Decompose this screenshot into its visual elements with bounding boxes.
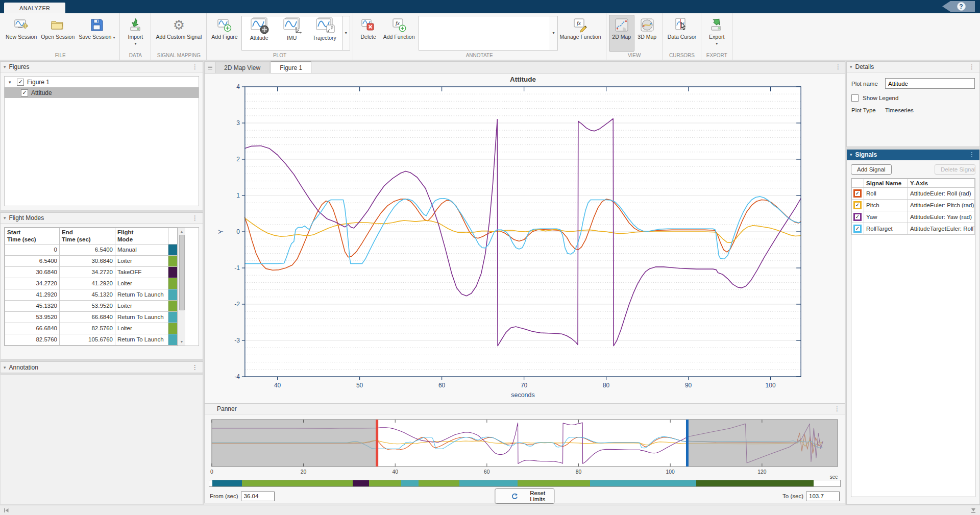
mode-strip-segment[interactable] (590, 480, 696, 486)
export-button[interactable]: Export▾ (704, 15, 729, 52)
signal-checkbox[interactable]: ✓ (853, 201, 862, 209)
add-custom-signal-button[interactable]: ⚙ Add Custom Signal (154, 15, 204, 52)
save-session-caret-icon[interactable]: ▾ (113, 35, 115, 40)
flight-modes-scrollbar[interactable]: ▲ ▼ (178, 228, 185, 346)
flight-mode-row[interactable]: 41.292045.1320Return To Launch (5, 289, 178, 300)
tree-expand-icon[interactable]: ▾ (9, 80, 14, 85)
import-button[interactable]: Import▾ (122, 15, 148, 52)
collapse-arrow-icon[interactable]: ▾ (4, 64, 6, 69)
signals-panel-header[interactable]: ▾ Signals ⋮ (847, 150, 979, 160)
panner-chart[interactable]: 020406080100120sec (208, 417, 842, 479)
mode-strip-segment[interactable] (401, 480, 419, 486)
mode-strip-segment[interactable] (242, 480, 353, 486)
attitude-checkbox[interactable]: ✓ (21, 89, 28, 96)
manage-function-button[interactable]: fx Manage Function (558, 15, 603, 52)
tab-list-icon[interactable] (205, 62, 215, 73)
help-chip[interactable]: ? (942, 1, 975, 12)
mode-strip-segment[interactable] (518, 480, 591, 486)
collapse-arrow-icon[interactable]: ▾ (4, 215, 6, 220)
from-input[interactable] (241, 492, 275, 501)
mode-strip-segment[interactable] (353, 480, 369, 486)
collapse-left-icon[interactable] (4, 507, 10, 513)
tabbar-menu-icon[interactable]: ⋮ (834, 63, 843, 70)
tab-figure-1[interactable]: Figure 1 (271, 61, 311, 73)
flight-mode-row[interactable]: 06.5400Manual (5, 244, 178, 255)
mode-strip-segment[interactable] (212, 480, 242, 486)
panner-left-handle[interactable] (376, 420, 378, 467)
save-session-button[interactable]: Save Session ▾ (77, 15, 117, 52)
mode-strip-segment[interactable] (369, 480, 401, 486)
gallery-item-trajectory[interactable]: Trajectory (308, 17, 341, 50)
collapse-arrow-icon[interactable]: ▾ (850, 64, 852, 69)
annotation-panel-header[interactable]: ▾ Annotation ⋮ (1, 362, 203, 373)
data-cursor-button[interactable]: Data Cursor (666, 15, 699, 52)
mode-strip-segment[interactable] (459, 480, 518, 486)
plot-gallery-expand-icon[interactable]: ▾ (342, 16, 350, 51)
import-caret-icon[interactable]: ▾ (134, 41, 136, 46)
details-menu-icon[interactable]: ⋮ (967, 63, 976, 70)
delete-signal-button[interactable]: Delete Signal (935, 164, 975, 175)
plot-name-input[interactable] (885, 78, 975, 89)
flight-mode-row[interactable]: 30.684034.2720TakeOFF (5, 266, 178, 278)
mode-strip-segment[interactable] (419, 480, 459, 486)
export-caret-icon[interactable]: ▾ (716, 41, 718, 46)
help-icon[interactable]: ? (957, 2, 966, 11)
signal-checkbox[interactable]: ✓ (853, 213, 862, 221)
flight-mode-strip[interactable] (209, 480, 841, 487)
flight-mode-row[interactable]: 45.132053.9520Loiter (5, 300, 178, 311)
figure1-checkbox[interactable]: ✓ (17, 79, 24, 86)
add-figure-button[interactable]: Add Figure (209, 15, 239, 52)
mode-strip-segment[interactable] (696, 480, 814, 486)
tab-2d-map-view[interactable]: 2D Map View (215, 62, 270, 73)
start-time-cell: 0 (5, 244, 60, 255)
panner-menu-icon[interactable]: ⋮ (832, 405, 842, 412)
signals-menu-icon[interactable]: ⋮ (967, 151, 976, 158)
panner-panel-header[interactable]: Panner ⋮ (205, 404, 845, 414)
flight-mode-row[interactable]: 66.684082.5760Loiter (5, 323, 178, 334)
scrollbar-thumb[interactable] (179, 235, 185, 310)
add-signal-button[interactable]: Add Signal (851, 164, 892, 175)
attitude-figure[interactable]: 405060708090100-4-3-2-101234Attitudeseco… (204, 73, 845, 403)
flight-mode-row[interactable]: 34.272041.2920Loiter (5, 278, 178, 289)
flight-mode-row[interactable]: 82.5760105.6760Return To Launch (5, 334, 178, 345)
3d-map-button[interactable]: 3D Map (634, 15, 660, 52)
collapse-arrow-icon[interactable]: ▾ (4, 365, 6, 370)
gallery-item-attitude[interactable]: Attitude (243, 17, 276, 50)
signal-row[interactable]: ✓PitchAttitudeEuler: Pitch (rad) (852, 200, 975, 211)
signal-row[interactable]: ✓RollAttitudeEuler: Roll (rad) (852, 188, 975, 200)
tree-row-attitude[interactable]: ✓ Attitude (5, 87, 199, 98)
mode-color-cell (168, 334, 178, 345)
start-time-cell: 82.5760 (5, 334, 60, 345)
reset-limits-button[interactable]: Reset Limits (495, 488, 554, 504)
figures-menu-icon[interactable]: ⋮ (190, 63, 200, 70)
figures-panel-header[interactable]: ▾ Figures ⋮ (1, 62, 203, 72)
scroll-up-icon[interactable]: ▲ (180, 228, 184, 235)
2d-map-button[interactable]: 2D Map (609, 15, 634, 52)
signal-row[interactable]: ✓YawAttitudeEuler: Yaw (rad) (852, 211, 975, 223)
scroll-down-icon[interactable]: ▼ (180, 338, 184, 346)
to-input[interactable] (806, 492, 840, 501)
gallery-item-imu[interactable]: IMU (276, 17, 308, 50)
delete-annotation-button[interactable]: Delete (356, 15, 381, 52)
flight-mode-row[interactable]: 6.540030.6840Loiter (5, 255, 178, 266)
annotate-gallery-expand-icon[interactable]: ▾ (550, 16, 558, 51)
collapse-arrow-icon[interactable]: ▾ (850, 152, 852, 157)
show-legend-checkbox[interactable] (851, 94, 859, 102)
panner-right-handle[interactable] (686, 420, 689, 467)
collapse-right-icon[interactable] (970, 507, 976, 513)
annotation-menu-icon[interactable]: ⋮ (190, 364, 200, 371)
add-function-button[interactable]: fx Add Function (381, 15, 417, 52)
attitude-chart[interactable]: 405060708090100-4-3-2-101234Attitudeseco… (205, 73, 845, 403)
figures-panel: ▾ Figures ⋮ ▾ ✓ Figure 1 ✓ Attitude (0, 61, 203, 210)
flight-mode-row[interactable]: 53.952066.6840Return To Launch (5, 311, 178, 323)
flight-modes-menu-icon[interactable]: ⋮ (190, 214, 200, 222)
details-panel-header[interactable]: ▾ Details ⋮ (847, 62, 979, 72)
signal-checkbox[interactable]: ✓ (853, 189, 862, 198)
tab-analyzer[interactable]: ANALYZER (4, 3, 65, 13)
open-session-button[interactable]: Open Session (39, 15, 77, 52)
tree-row-figure1[interactable]: ▾ ✓ Figure 1 (5, 77, 199, 87)
signal-checkbox[interactable]: ✓ (853, 225, 862, 233)
new-session-button[interactable]: New Session (4, 15, 39, 52)
flight-modes-panel-header[interactable]: ▾ Flight Modes ⋮ (1, 213, 203, 224)
signal-row[interactable]: ✓RollTargetAttitudeTargetEuler: RollTarg… (852, 223, 975, 235)
